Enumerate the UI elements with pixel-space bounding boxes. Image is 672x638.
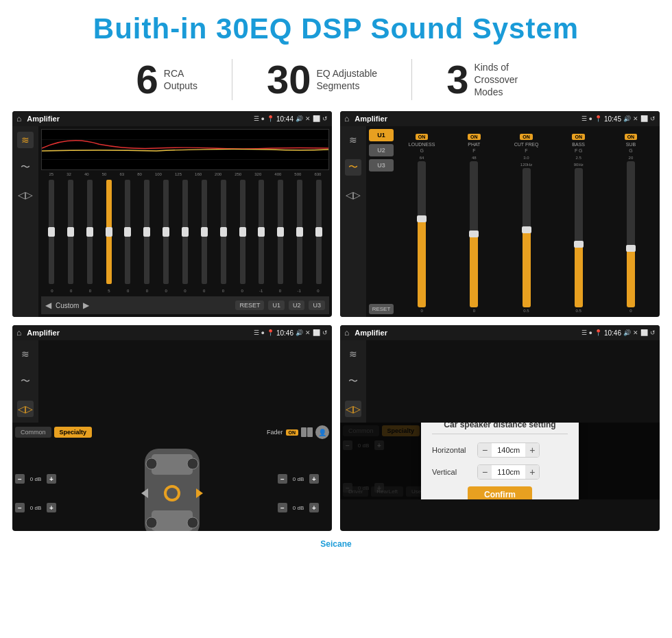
eq-slider-10[interactable] [221, 180, 226, 284]
right-db1-minus[interactable]: − [278, 474, 287, 484]
right-db2-plus[interactable]: + [309, 503, 319, 512]
dist-sidebar-eq[interactable]: ≋ [345, 346, 361, 362]
freq-500: 500 [294, 172, 301, 176]
dist-sidebar-wave[interactable]: 〜 [345, 373, 361, 390]
status-bar-3: ⌂ Amplifier ☰ ● 📍 10:46 🔊 ✕ ⬜ ↺ [12, 325, 332, 340]
phat-top: 48 [472, 156, 477, 160]
modal-vertical-minus[interactable]: − [478, 465, 492, 479]
eq-slider-7[interactable] [163, 180, 169, 284]
bass-on-badge[interactable]: ON [572, 134, 585, 140]
eq-left-sidebar: ≋ 〜 ◁▷ [12, 126, 38, 317]
svg-rect-4 [152, 454, 193, 475]
amp-u1-btn[interactable]: U1 [369, 129, 394, 141]
loudness-top: 64 [420, 156, 424, 160]
home-icon-1[interactable]: ⌂ [16, 114, 21, 123]
tab-specialty[interactable]: Specialty [54, 427, 93, 438]
eq-slider-2[interactable] [68, 180, 73, 284]
sub-on-badge[interactable]: ON [625, 134, 638, 140]
amp-sidebar-wave-icon[interactable]: 〜 [345, 159, 361, 176]
tab-common[interactable]: Common [15, 427, 51, 438]
fader-row: Fader ON 👤 [267, 425, 329, 439]
modal-horizontal-plus[interactable]: + [525, 443, 539, 457]
left-db1-minus[interactable]: − [15, 474, 25, 484]
phat-on-badge[interactable]: ON [468, 134, 481, 140]
eq-slider-15[interactable] [316, 180, 322, 284]
home-icon-4[interactable]: ⌂ [344, 328, 349, 338]
eq-slider-3[interactable] [87, 180, 93, 284]
freq-40: 40 [84, 172, 89, 176]
distance-content: ≋ 〜 ◁▷ Common Specialty − 0 dB + − [340, 340, 660, 499]
amp-sidebar-speaker-icon[interactable]: ◁▷ [345, 187, 361, 203]
cutfreq-freq1: 120Hz [520, 163, 532, 167]
eq-slider-12[interactable] [259, 180, 264, 284]
amp-reset-btn[interactable]: RESET [369, 304, 394, 314]
freq-630: 630 [314, 172, 321, 176]
spk-sidebar-wave[interactable]: 〜 [17, 373, 34, 390]
app-title-1: Amplifier [27, 115, 250, 123]
dot-icon-2: ● [589, 115, 592, 122]
amp-u3-btn[interactable]: U3 [369, 159, 394, 172]
left-db-controls: − 0 dB + − 0 dB + [15, 442, 67, 531]
right-db1-plus[interactable]: + [309, 474, 319, 484]
profile-icon[interactable]: 👤 [315, 425, 329, 439]
freq-200: 200 [215, 172, 221, 176]
eq-slider-11[interactable] [240, 180, 245, 284]
modal-horizontal-minus[interactable]: − [478, 443, 492, 457]
back-icon-3[interactable]: ↺ [322, 329, 328, 336]
home-icon-2[interactable]: ⌂ [344, 114, 349, 123]
spk-sidebar-spk[interactable]: ◁▷ [17, 401, 34, 417]
modal-confirm-button[interactable]: Confirm [468, 486, 532, 500]
page-header: Buith-in 30EQ DSP Sound System [0, 0, 672, 52]
eq-slider-14[interactable] [297, 180, 302, 284]
eq-u1-btn[interactable]: U1 [268, 300, 285, 310]
left-db-row2: − 0 dB + [15, 503, 67, 512]
right-db2-minus[interactable]: − [278, 503, 287, 512]
distance-bg-area: Common Specialty − 0 dB + − 0 dB + [340, 423, 660, 499]
fader-bar1 [301, 427, 307, 437]
eq-prev-btn[interactable]: ◀ [45, 300, 51, 310]
amp-sliders-area: 64 0 48 [396, 154, 657, 314]
eq-next-btn[interactable]: ▶ [83, 300, 89, 310]
stat-rca-number: 6 [136, 60, 158, 99]
loudness-on-badge[interactable]: ON [416, 134, 429, 140]
window-icon-2: ⬜ [640, 115, 648, 122]
home-icon-3[interactable]: ⌂ [16, 328, 21, 338]
eq-slider-5[interactable] [125, 180, 130, 284]
watermark: Seicane [0, 538, 672, 550]
amp-sidebar-eq-icon[interactable]: ≋ [345, 132, 361, 148]
stats-row: 6 RCAOutputs 30 EQ AdjustableSegments 3 … [0, 52, 672, 111]
eq-slider-1[interactable] [49, 180, 54, 284]
spk-sidebar-eq[interactable]: ≋ [17, 346, 34, 362]
eq-slider-13[interactable] [278, 180, 283, 284]
status-bar-4: ⌂ Amplifier ☰ ● 📍 10:46 🔊 ✕ ⬜ ↺ [340, 325, 660, 340]
eq-u2-btn[interactable]: U2 [289, 300, 305, 310]
val-9: 0 [200, 289, 209, 293]
amp-u2-btn[interactable]: U2 [369, 144, 394, 156]
left-db1-plus[interactable]: + [47, 474, 56, 484]
dist-sidebar-spk[interactable]: ◁▷ [345, 401, 361, 417]
cutfreq-on-badge[interactable]: ON [520, 134, 533, 140]
val-10: 0 [218, 289, 228, 293]
eq-reset-btn[interactable]: RESET [235, 300, 264, 310]
eq-sidebar-eq-icon[interactable]: ≋ [17, 132, 34, 148]
status-icons-3: ☰ ● 📍 10:46 🔊 ✕ ⬜ ↺ [254, 329, 328, 337]
eq-u3-btn[interactable]: U3 [309, 300, 325, 310]
fader-label: Fader [267, 429, 283, 436]
eq-slider-4[interactable] [106, 180, 112, 284]
fader-on-badge[interactable]: ON [286, 429, 299, 436]
left-db2-plus[interactable]: + [47, 503, 56, 512]
eq-sidebar-wave-icon[interactable]: 〜 [17, 159, 34, 176]
eq-slider-6[interactable] [144, 180, 149, 284]
back-icon-2[interactable]: ↺ [650, 115, 656, 122]
val-5: 0 [123, 289, 133, 293]
right-db-row2: − 0 dB + [278, 503, 329, 512]
amp-ch-loudness: ON LOUDNESS [397, 129, 446, 147]
eq-slider-8[interactable] [182, 180, 188, 284]
modal-vertical-plus[interactable]: + [525, 465, 539, 479]
back-icon-1[interactable]: ↺ [322, 115, 328, 122]
back-icon-4[interactable]: ↺ [650, 329, 656, 336]
eq-sidebar-speaker-icon[interactable]: ◁▷ [17, 187, 34, 203]
eq-slider-9[interactable] [202, 180, 207, 284]
status-icons-1: ☰ ● 📍 10:44 🔊 ✕ ⬜ ↺ [254, 115, 328, 123]
left-db2-minus[interactable]: − [15, 503, 25, 512]
